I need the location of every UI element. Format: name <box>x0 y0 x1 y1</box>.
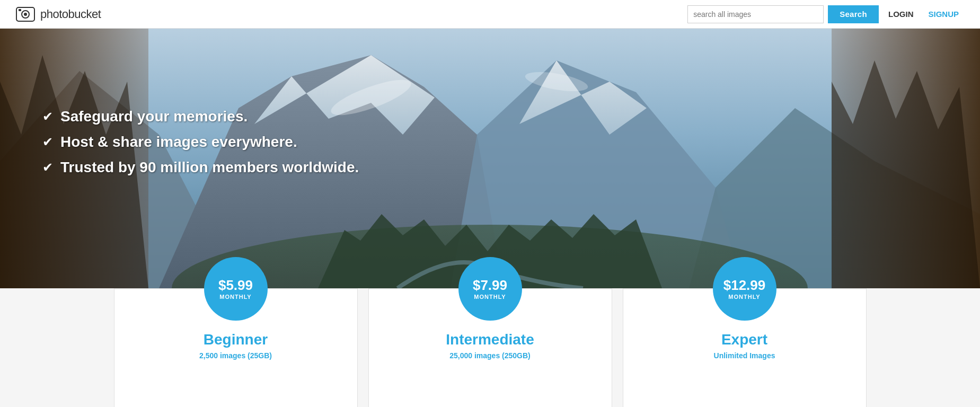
checkmark-icon-1: ✔ <box>42 109 53 124</box>
svg-rect-3 <box>19 9 21 11</box>
svg-point-2 <box>24 13 27 16</box>
header-right: Search LOGIN SIGNUP <box>687 5 964 23</box>
price-amount-expert: $12.99 <box>723 278 766 293</box>
plan-details-expert: Unlimited Images <box>623 351 866 360</box>
hero-item-3: ✔ Trusted by 90 million members worldwid… <box>42 159 938 176</box>
price-circle-expert: $12.99 MONTHLY <box>713 257 776 321</box>
price-amount-beginner: $5.99 <box>218 278 253 293</box>
hero-item-1: ✔ Safeguard your memories. <box>42 108 938 125</box>
signup-button[interactable]: SIGNUP <box>923 10 964 19</box>
header: photobucket Search LOGIN SIGNUP <box>0 0 980 29</box>
checkmark-icon-2: ✔ <box>42 135 53 149</box>
login-button[interactable]: LOGIN <box>883 10 919 19</box>
checkmark-icon-3: ✔ <box>42 160 53 175</box>
pricing-card-expert: $12.99 MONTHLY Expert Unlimited Images <box>623 288 867 407</box>
hero-text-3: Trusted by 90 million members worldwide. <box>60 159 359 176</box>
search-button[interactable]: Search <box>828 5 879 23</box>
hero-item-2: ✔ Host & share images everywhere. <box>42 134 938 151</box>
price-circle-intermediate: $7.99 MONTHLY <box>458 257 522 321</box>
price-circle-beginner: $5.99 MONTHLY <box>204 257 268 321</box>
price-amount-intermediate: $7.99 <box>473 278 507 293</box>
plan-details-beginner: 2,500 images (25GB) <box>114 351 357 360</box>
price-period-beginner: MONTHLY <box>219 294 251 300</box>
hero-content: ✔ Safeguard your memories. ✔ Host & shar… <box>0 29 980 176</box>
price-period-intermediate: MONTHLY <box>474 294 506 300</box>
price-period-expert: MONTHLY <box>728 294 760 300</box>
hero-text-2: Host & share images everywhere. <box>60 134 297 151</box>
search-input[interactable] <box>687 5 824 23</box>
plan-name-expert: Expert <box>623 331 866 348</box>
hero-section: ✔ Safeguard your memories. ✔ Host & shar… <box>0 29 980 288</box>
plan-details-intermediate: 25,000 images (250GB) <box>369 351 612 360</box>
pricing-section: $5.99 MONTHLY Beginner 2,500 images (25G… <box>0 288 980 407</box>
logo-text: photobucket <box>40 7 101 21</box>
pricing-card-beginner: $5.99 MONTHLY Beginner 2,500 images (25G… <box>114 288 358 407</box>
plan-name-intermediate: Intermediate <box>369 331 612 348</box>
logo-area: photobucket <box>16 7 101 22</box>
plan-name-beginner: Beginner <box>114 331 357 348</box>
logo-icon <box>16 7 35 22</box>
hero-text-1: Safeguard your memories. <box>60 108 248 125</box>
pricing-card-intermediate: $7.99 MONTHLY Intermediate 25,000 images… <box>368 288 612 407</box>
